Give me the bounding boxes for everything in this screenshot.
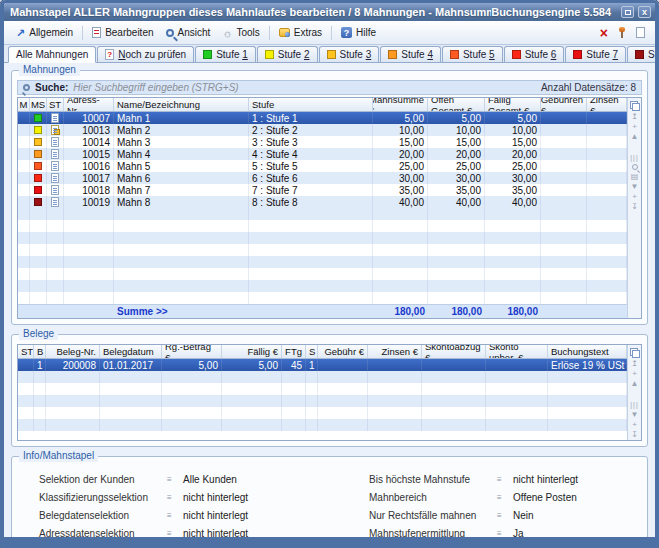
column-header[interactable]: Rg.-Betrag € [162, 345, 222, 358]
column-header[interactable]: Zinsen € [587, 98, 627, 111]
cell: 180,00 [485, 305, 541, 318]
table-row[interactable]: 10015Mahn 44 : Stufe 420,0020,0020,00 [18, 148, 627, 160]
jump-up-icon[interactable]: ▲ [629, 132, 641, 141]
tab-alle-mahnungen[interactable]: Alle Mahnungen [8, 46, 96, 63]
stufe-color-icon [34, 150, 42, 158]
delete-x-icon[interactable]: × [600, 27, 608, 39]
menu-item-hilfe[interactable]: ?Hilfe [335, 25, 382, 40]
menu-item-label: Bearbeiten [105, 27, 153, 38]
new-document-icon[interactable] [636, 27, 645, 38]
column-header[interactable]: Fällig Gesamt € [485, 98, 541, 111]
column-header[interactable]: S [306, 345, 318, 358]
jump-down-icon[interactable]: ▼ [629, 182, 641, 191]
scroll-bottom-icon[interactable]: ↧ [629, 202, 641, 211]
cell [114, 232, 249, 244]
column-header[interactable]: B [34, 345, 46, 358]
cell [587, 292, 627, 304]
column-header[interactable]: Skontoabzug € [422, 345, 486, 358]
cell [541, 184, 587, 196]
tab-stufe-4[interactable]: Stufe 4 [380, 46, 441, 62]
table-row[interactable]: 10017Mahn 66 : Stufe 630,0030,0030,00 [18, 172, 627, 184]
table-row[interactable]: 10016Mahn 55 : Stufe 525,0025,0025,00 [18, 160, 627, 172]
copy-icon[interactable] [630, 348, 639, 356]
column-header[interactable]: Gebühr € [318, 345, 368, 358]
stufe-color-icon [34, 126, 42, 134]
table-row[interactable]: 10014Mahn 33 : Stufe 315,0015,0015,00 [18, 136, 627, 148]
menu-item-tools[interactable]: ☼Tools [216, 25, 265, 40]
close-icon[interactable]: x [638, 6, 651, 18]
cell [306, 371, 318, 383]
column-header[interactable]: ST [18, 345, 34, 358]
cell [486, 359, 548, 371]
table-row[interactable]: 10013Mahn 22 : Stufe 210,0010,0010,00 [18, 124, 627, 136]
columns-icon[interactable]: ||| [629, 153, 641, 162]
tab-stufe-2[interactable]: Stufe 2 [257, 46, 318, 62]
tab-stufe-1[interactable]: Stufe 1 [195, 46, 256, 62]
column-header[interactable]: M [18, 98, 30, 111]
stufe-color-icon [388, 50, 397, 59]
column-header[interactable]: Fällig € [222, 345, 282, 358]
search-input[interactable] [73, 82, 536, 93]
cell [100, 407, 162, 419]
column-header[interactable]: Skonto unber. € [486, 345, 548, 358]
column-header[interactable]: MS [30, 98, 47, 111]
tab-noch-zu-pr-fen[interactable]: ?Noch zu prüfen [97, 46, 194, 62]
restore-icon[interactable] [621, 6, 634, 18]
pin-icon[interactable] [618, 27, 626, 39]
scroll-top-icon[interactable]: ↥ [629, 359, 641, 368]
scroll-up-icon[interactable]: + [629, 369, 641, 378]
column-header[interactable]: Offen Gesamt € [428, 98, 485, 111]
column-header[interactable]: FTg [282, 345, 306, 358]
magnifier-icon[interactable] [632, 164, 638, 170]
cell [541, 244, 587, 256]
cell [46, 383, 100, 395]
column-header[interactable]: ST [47, 98, 64, 111]
mahnungen-group-label: Mahnungen [19, 64, 80, 76]
scroll-up-icon[interactable]: + [629, 122, 641, 131]
table-row[interactable]: 10007Mahn 11 : Stufe 15,005,005,00 [18, 112, 627, 124]
column-header[interactable]: Zinsen € [368, 345, 422, 358]
scroll-bottom-icon[interactable]: ↧ [629, 430, 641, 439]
scroll-down-icon[interactable]: + [629, 192, 641, 201]
cell [47, 256, 64, 268]
empty-row [18, 256, 627, 268]
menu-item-ansicht[interactable]: Ansicht [160, 25, 217, 40]
cell [64, 244, 114, 256]
column-header[interactable]: Beleg-Nr. [46, 345, 100, 358]
tab-stufe-8[interactable]: Stufe 8 [627, 46, 659, 62]
cell: 6 : Stufe 6 [249, 172, 373, 184]
scroll-top-icon[interactable]: ↥ [629, 112, 641, 121]
column-header[interactable]: Mahnsumme € [373, 98, 428, 111]
cell [18, 136, 30, 148]
column-header[interactable]: Stufe [249, 98, 373, 111]
copy-icon[interactable] [630, 101, 639, 109]
column-header[interactable]: Buchungstext [548, 345, 627, 358]
menu-item-allgemein[interactable]: ↗Allgemein [10, 25, 79, 40]
jump-up-icon[interactable]: ▲ [629, 379, 641, 388]
table-row[interactable]: 120000801.01.20175,005,00451Erlöse 19 % … [18, 359, 627, 371]
table-row[interactable]: 10019Mahn 88 : Stufe 840,0040,0040,00 [18, 196, 627, 208]
tab-stufe-6[interactable]: Stufe 6 [504, 46, 565, 62]
column-header[interactable]: Adress-Nr. [64, 98, 114, 111]
jump-down-icon[interactable]: ▼ [629, 410, 641, 419]
empty-row [18, 407, 627, 419]
scroll-down-icon[interactable]: + [629, 420, 641, 429]
tab-stufe-7[interactable]: Stufe 7 [565, 46, 626, 62]
cell [485, 256, 541, 268]
column-header[interactable]: Name/Bezeichnung [114, 98, 249, 111]
grid-doc-icon [51, 137, 59, 147]
info-label: Klassifizierungsselektion [39, 492, 167, 503]
menu-item-bearbeiten[interactable]: Bearbeiten [86, 25, 159, 40]
cell: 5,00 [485, 112, 541, 124]
menu-item-extras[interactable]: Extras [273, 25, 328, 40]
table-row[interactable]: 10018Mahn 77 : Stufe 735,0035,0035,00 [18, 184, 627, 196]
cell: 10016 [64, 160, 114, 172]
equals-bullet-icon: ≡ [167, 475, 183, 484]
empty-row [18, 383, 627, 395]
columns-icon[interactable]: ||| [629, 400, 641, 409]
column-header[interactable]: Gebühren € [541, 98, 587, 111]
cell: 01.01.2017 [100, 359, 162, 371]
tab-stufe-3[interactable]: Stufe 3 [319, 46, 380, 62]
tab-stufe-5[interactable]: Stufe 5 [442, 46, 503, 62]
column-header[interactable]: Belegdatum [100, 345, 162, 358]
